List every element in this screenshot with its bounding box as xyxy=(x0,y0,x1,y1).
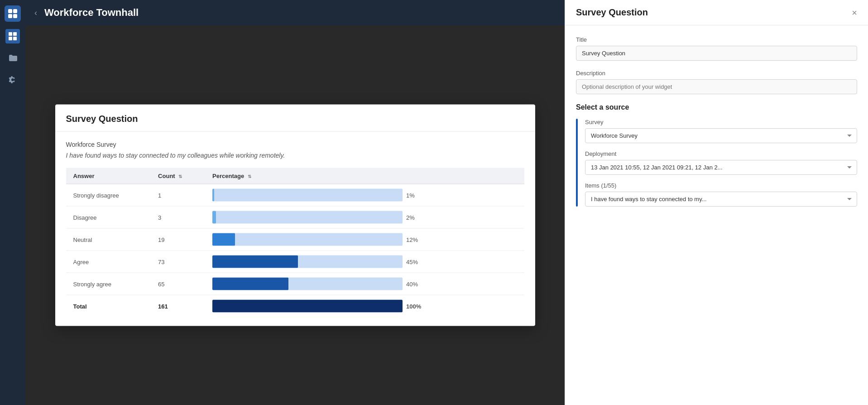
table-total-row: Total 161 100% xyxy=(66,295,524,317)
svg-rect-1 xyxy=(13,9,17,13)
answer-cell: Agree xyxy=(66,251,151,273)
panel-title: Survey Question xyxy=(576,7,648,18)
modal-body: Workforce Survey I have found ways to st… xyxy=(55,132,535,326)
bar-fill xyxy=(212,211,216,224)
total-bar-fill xyxy=(212,300,403,313)
answer-cell: Strongly disagree xyxy=(66,184,151,206)
modal-header: Survey Question xyxy=(55,105,535,132)
svg-rect-0 xyxy=(8,9,12,13)
total-pct-cell: 100% xyxy=(205,295,524,317)
svg-rect-3 xyxy=(13,14,17,18)
sidebar xyxy=(0,0,25,405)
page-title: Workforce Townhall xyxy=(44,7,139,19)
count-cell: 73 xyxy=(151,251,205,273)
select-source-section: Select a source Survey Workforce Survey … xyxy=(576,103,857,207)
right-panel: Survey Question × Title Description Sele… xyxy=(565,0,868,405)
answer-cell: Strongly agree xyxy=(66,273,151,295)
svg-rect-7 xyxy=(13,37,17,40)
pct-cell: 2% xyxy=(205,206,524,228)
items-select[interactable]: I have found ways to stay connected to m… xyxy=(585,192,857,207)
panel-header: Survey Question × xyxy=(565,0,868,25)
survey-question-modal: Survey Question Workforce Survey I have … xyxy=(55,105,535,326)
count-cell: 65 xyxy=(151,273,205,295)
count-cell: 3 xyxy=(151,206,205,228)
sidebar-item-folder[interactable] xyxy=(5,51,20,65)
total-label-cell: Total xyxy=(66,295,151,317)
back-button[interactable]: ‹ xyxy=(34,8,37,18)
bar-fill xyxy=(212,278,288,290)
panel-body: Title Description Select a source Survey… xyxy=(565,25,868,217)
table-row: Agree 73 45% xyxy=(66,251,524,273)
blue-accent-bar xyxy=(576,119,578,207)
bar-track xyxy=(212,278,403,290)
sidebar-item-settings[interactable] xyxy=(5,72,20,87)
sidebar-item-grid[interactable] xyxy=(5,29,20,43)
pct-cell: 45% xyxy=(205,251,524,273)
pct-label: 12% xyxy=(406,236,424,243)
sort-icon-count: ⇅ xyxy=(178,174,182,179)
deployment-field-group: Deployment 13 Jan 2021 10:55, 12 Jan 202… xyxy=(585,150,857,175)
bar-fill xyxy=(212,256,298,268)
pct-label: 45% xyxy=(406,258,424,265)
sort-icon-pct: ⇅ xyxy=(248,174,251,179)
select-source-title: Select a source xyxy=(576,103,857,111)
svg-rect-5 xyxy=(13,32,17,36)
survey-select-label: Survey xyxy=(585,119,857,125)
svg-rect-6 xyxy=(9,37,12,40)
survey-name-label: Workforce Survey xyxy=(66,141,524,148)
modal-title: Survey Question xyxy=(66,114,138,124)
title-field-label: Title xyxy=(576,36,857,43)
answer-cell: Neutral xyxy=(66,228,151,251)
table-row: Neutral 19 12% xyxy=(66,228,524,251)
description-input[interactable] xyxy=(576,79,857,94)
bar-fill xyxy=(212,233,235,246)
col-header-count[interactable]: Count ⇅ xyxy=(151,168,205,184)
title-input[interactable] xyxy=(576,46,857,61)
items-field-group: Items (1/55) I have found ways to stay c… xyxy=(585,182,857,207)
app-logo xyxy=(5,5,21,22)
total-count-cell: 161 xyxy=(151,295,205,317)
deployment-select[interactable]: 13 Jan 2021 10:55, 12 Jan 2021 09:21, 12… xyxy=(585,160,857,175)
col-header-answer: Answer xyxy=(66,168,151,184)
total-bar-track xyxy=(212,300,403,313)
count-cell: 19 xyxy=(151,228,205,251)
pct-label: 2% xyxy=(406,214,424,221)
title-field-group: Title xyxy=(576,36,857,61)
source-fields: Survey Workforce Survey Deployment 13 Ja… xyxy=(585,119,857,207)
content-area: Survey Question Workforce Survey I have … xyxy=(25,25,565,405)
svg-rect-2 xyxy=(8,14,12,18)
table-row: Strongly agree 65 40% xyxy=(66,273,524,295)
bar-track xyxy=(212,256,403,268)
col-header-percentage[interactable]: Percentage ⇅ xyxy=(205,168,524,184)
description-field-group: Description xyxy=(576,70,857,94)
svg-rect-4 xyxy=(9,32,12,36)
count-cell: 1 xyxy=(151,184,205,206)
description-field-label: Description xyxy=(576,70,857,77)
pct-label: 1% xyxy=(406,192,424,198)
survey-select[interactable]: Workforce Survey xyxy=(585,128,857,143)
items-select-label: Items (1/55) xyxy=(585,182,857,189)
topbar: ‹ Workforce Townhall xyxy=(25,0,565,25)
answer-cell: Disagree xyxy=(66,206,151,228)
pct-cell: 40% xyxy=(205,273,524,295)
main-content: ‹ Workforce Townhall Survey Question Wor… xyxy=(25,0,565,405)
survey-data-table: Answer Count ⇅ Percentage ⇅ xyxy=(66,168,524,317)
bar-fill xyxy=(212,189,214,202)
table-row: Disagree 3 2% xyxy=(66,206,524,228)
pct-cell: 1% xyxy=(205,184,524,206)
survey-field-group: Survey Workforce Survey xyxy=(585,119,857,143)
bar-track xyxy=(212,189,403,202)
pct-cell: 12% xyxy=(205,228,524,251)
table-row: Strongly disagree 1 1% xyxy=(66,184,524,206)
deployment-select-label: Deployment xyxy=(585,150,857,157)
bar-track xyxy=(212,233,403,246)
bar-track xyxy=(212,211,403,224)
source-fields-container: Survey Workforce Survey Deployment 13 Ja… xyxy=(576,119,857,207)
survey-question-text: I have found ways to stay connected to m… xyxy=(66,152,524,159)
pct-label: 40% xyxy=(406,280,424,287)
total-pct-label: 100% xyxy=(406,303,424,309)
close-panel-button[interactable]: × xyxy=(852,8,857,17)
